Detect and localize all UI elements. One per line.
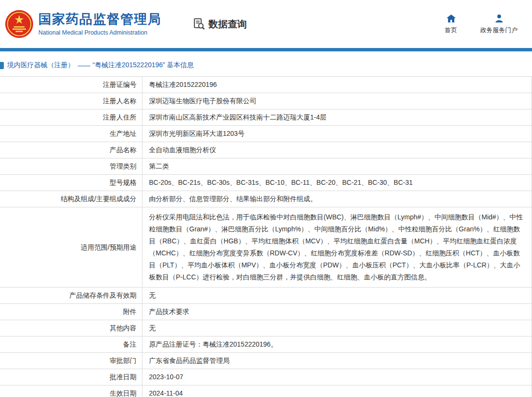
field-value: 广东省食品药品监督管理局 xyxy=(142,353,532,369)
field-value: 分析仪采用电阻法和比色法，用于临床检验中对白细胞数目(WBC)、淋巴细胞数目（L… xyxy=(142,207,532,288)
table-row: 附件 产品技术要求 xyxy=(0,304,532,320)
table-row-intended-use: 适用范围/预期用途 分析仪采用电阻法和比色法，用于临床检验中对白细胞数目(WBC… xyxy=(0,207,532,288)
field-label: 适用范围/预期用途 xyxy=(0,207,142,288)
table-row: 产品名称 全自动血液细胞分析仪 xyxy=(0,142,532,158)
field-label: 结构及组成/主要组成成分 xyxy=(0,191,142,207)
field-value: 无 xyxy=(142,288,532,304)
table-row: 注册人住所 深圳市南山区高新技术产业园区科技南十二路迈瑞大厦1-4层 xyxy=(0,109,532,126)
field-value: 深圳迈瑞生物医疗电子股份有限公司 xyxy=(142,93,532,109)
field-label: 生产地址 xyxy=(0,126,142,142)
site-logo[interactable]: 国家药品监督管理局 National Medical Products Admi… xyxy=(5,10,162,38)
field-value: 第二类 xyxy=(142,158,532,175)
field-label: 注册人名称 xyxy=(0,93,142,109)
home-icon xyxy=(446,13,456,24)
field-label: 管理类别 xyxy=(0,158,142,175)
breadcrumb-current: “粤械注准20152220196” 基本信息 xyxy=(93,61,194,70)
table-row: 注册证编号 粤械注准20152220196 xyxy=(0,77,532,93)
table-row: 其他内容 无 xyxy=(0,320,532,337)
table-row: 管理类别 第二类 xyxy=(0,158,532,175)
field-label: 产品名称 xyxy=(0,142,142,158)
nav-home[interactable]: 首页 xyxy=(445,13,457,35)
field-label: 注册证编号 xyxy=(0,77,142,93)
table-row: 批准日期 2023-10-07 xyxy=(0,369,532,385)
field-value: 产品技术要求 xyxy=(142,304,532,320)
field-value: 由分析部分、信息管理部分、结果输出部分和附件组成。 xyxy=(142,191,532,207)
breadcrumb-category[interactable]: 境内医疗器械（注册） xyxy=(7,61,74,70)
table-row: 备注 原产品注册证号：粤械注准20152220196。 xyxy=(0,337,532,353)
user-icon xyxy=(494,13,504,24)
field-label: 其他内容 xyxy=(0,320,142,337)
field-value: 原产品注册证号：粤械注准20152220196。 xyxy=(142,337,532,353)
table-row: 结构及组成/主要组成成分 由分析部分、信息管理部分、结果输出部分和附件组成。 xyxy=(0,191,532,207)
field-label: 审批部门 xyxy=(0,353,142,369)
table-row: 型号规格 BC-20s、BC-21s、BC-30s、BC-31s、BC-10、B… xyxy=(0,175,532,191)
field-value: 全自动血液细胞分析仪 xyxy=(142,142,532,158)
field-label: 批准日期 xyxy=(0,369,142,385)
table-row: 产品储存条件及有效期 无 xyxy=(0,288,532,304)
field-value: BC-20s、BC-21s、BC-30s、BC-31s、BC-10、BC-11、… xyxy=(142,175,532,191)
site-subtitle: National Medical Products Administration xyxy=(38,29,162,36)
page-header: 国家药品监督管理局 National Medical Products Admi… xyxy=(0,0,532,48)
table-row: 审批部门 广东省食品药品监督管理局 xyxy=(0,353,532,369)
field-label: 生效日期 xyxy=(0,385,142,397)
breadcrumb-doc-icon xyxy=(0,62,4,69)
field-label: 备注 xyxy=(0,337,142,353)
top-nav: 首页 政务服务门户 xyxy=(445,13,524,35)
nav-portal[interactable]: 政务服务门户 xyxy=(480,13,518,35)
field-label: 产品储存条件及有效期 xyxy=(0,288,142,304)
table-row: 注册人名称 深圳迈瑞生物医疗电子股份有限公司 xyxy=(0,93,532,109)
field-label: 型号规格 xyxy=(0,175,142,191)
field-value: 深圳市南山区高新技术产业园区科技南十二路迈瑞大厦1-4层 xyxy=(142,109,532,126)
field-label: 注册人住所 xyxy=(0,109,142,126)
data-query-link[interactable]: 数据查询 xyxy=(193,18,247,31)
field-value: 粤械注准20152220196 xyxy=(142,77,532,93)
table-row: 生产地址 深圳市光明新区南环大道1203号 xyxy=(0,126,532,142)
site-title: 国家药品监督管理局 xyxy=(38,12,162,27)
header-divider-bar xyxy=(0,48,532,51)
national-emblem-icon xyxy=(5,10,34,38)
data-query-icon xyxy=(193,18,205,30)
nav-portal-label: 政务服务门户 xyxy=(480,26,518,35)
field-value: 深圳市光明新区南环大道1203号 xyxy=(142,126,532,142)
breadcrumb-separator: —— xyxy=(78,61,89,69)
field-value: 2024-11-04 xyxy=(142,385,532,397)
field-value: 2023-10-07 xyxy=(142,369,532,385)
field-value: 无 xyxy=(142,320,532,337)
field-label: 附件 xyxy=(0,304,142,320)
table-row: 生效日期 2024-11-04 xyxy=(0,385,532,397)
nav-home-label: 首页 xyxy=(445,26,457,35)
breadcrumb: 境内医疗器械（注册） —— “粤械注准20152220196” 基本信息 xyxy=(0,51,532,76)
data-query-label: 数据查询 xyxy=(209,18,247,31)
registration-table: 注册证编号 粤械注准20152220196 注册人名称 深圳迈瑞生物医疗电子股份… xyxy=(0,76,532,397)
